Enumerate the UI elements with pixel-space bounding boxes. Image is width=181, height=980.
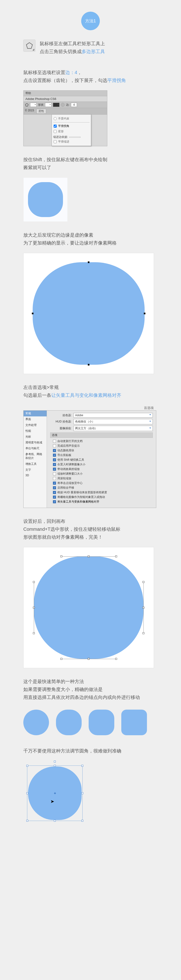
svg-marker-1 [26,103,28,106]
step-7: 这个是最快速简单的一种方法 如果需要调整角度大小，精确的做法是 用直接选择工具依… [23,678,162,701]
step4-line1: 放大之后发现它的边缘是虚的像素 [23,231,162,239]
checkbox-label: 自动更新打开的文档 [58,439,83,443]
bbox-mr[interactable] [82,792,83,794]
checkbox-icon [53,486,56,489]
step2-1c: ， [77,70,82,75]
prefs-checkbox-row[interactable]: 导出剪贴板 [53,453,153,457]
prefs-checkbox-row[interactable]: 根据 HUD 垂直移动来改变圆形画笔硬度 [53,490,153,495]
gear-icon[interactable] [61,103,65,107]
prefs-checkbox-row[interactable]: 将单击点缩放至中心 [53,481,153,485]
bbox-rotate[interactable] [54,760,56,762]
prefs-side-item[interactable]: 透明度与色域 [24,440,46,445]
prefs-side-item[interactable]: 常规 [24,410,46,417]
ps-menu-label: 帮助 [24,91,107,96]
figure-small-squircle [23,177,162,222]
prefs-checkbox-row[interactable]: 缩放时调整窗口大小 [53,472,153,476]
ps-toolbar: 形状 边: 4 [24,102,107,108]
polygon-options-dropdown: 不受约束 平滑拐角 星形 缩进边依据: 平滑缩进 [51,115,91,146]
bbox-bl[interactable] [26,820,28,822]
tangent-top [61,556,116,557]
prefs-side-item[interactable]: 性能 [24,428,46,434]
mode-dropdown[interactable] [30,103,37,107]
prefs-side-item[interactable]: 文字 [24,467,46,473]
prefs-checkbox-row[interactable]: 在置入时调整图像大小 [53,463,153,466]
step5-line2a: 勾选最后一条 [23,393,51,398]
figure-corner-variations [23,707,162,738]
checkbox-icon [53,458,56,461]
indent-field[interactable] [69,137,80,138]
bbox-bc[interactable] [54,820,56,822]
transform-center-icon: ✦ [53,791,56,795]
step7-line3: 用直接选择工具依次对四条边的锚点向内或向外进行移动 [23,693,162,701]
prefs-checkbox-row[interactable]: 将栅格化图像作为智能对象置入或拖动 [53,495,153,499]
interp-select[interactable]: 两次立方（自动） [74,426,153,431]
final-squircle [34,556,143,659]
picker-label: 拾色器: [50,414,72,417]
indent-label: 缩进边依据: [53,135,68,139]
opt-star-label: 星形 [58,129,64,134]
step5-line2b: 让矢量工具与变化和像素网格对齐 [51,393,121,398]
prefs-side-item[interactable]: 参考线、网格和切片 [24,451,46,461]
prefs-checkbox-row[interactable]: 将矢量工具与变换和像素网格对齐 [53,500,153,504]
step-5: 左击首选项>常规 勾选最后一条让矢量工具与变化和像素网格对齐 [23,383,162,399]
picker-select[interactable]: Adobe [74,413,153,418]
bbox-ml[interactable] [26,792,28,794]
checkbox-label: 将栅格化图像作为智能对象置入或拖动 [58,495,105,499]
prefs-side-item[interactable]: 光标 [24,434,46,440]
hlb [33,632,35,634]
step3-line2: 酱紫就可以了 [23,164,162,172]
interp-label: 图像插值: [50,426,72,430]
tangent-right [143,582,144,633]
checkbox-icon [53,463,56,466]
anchor-right [144,313,146,314]
prefs-checkbox-row[interactable]: 动态颜色滑块 [53,449,153,452]
prefs-checkbox-row[interactable]: 完成后用声音提示 [53,444,153,448]
bbox-tr[interactable] [82,765,83,767]
hrt [143,581,144,583]
prefs-side-item[interactable]: 3D [24,473,46,478]
checkbox-label: 导出剪贴板 [58,453,71,457]
step-4: 放大之后发现它的边缘是虚的像素 为了更加精确的显示，要让边缘对齐像素网格 [23,231,162,247]
prefs-side-item[interactable]: 界面 [24,417,46,422]
step2-2b: 平滑拐角 [107,78,126,83]
opt-unconstrained[interactable] [54,117,57,120]
prefs-sidebar: 常规界面文件处理性能光标透明度与色域单位与标尺参考线、网格和切片增效工具文字3D [24,410,47,508]
checkbox-label: 用滚轮缩放 [58,476,71,480]
step1-line2b: 多边形工具 [82,49,105,54]
bbox-tc[interactable] [54,765,56,767]
htr [115,555,117,557]
checkbox-label: 启用轻击平移 [58,486,74,490]
prefs-checkbox-row[interactable]: 自动更新打开的文档 [53,439,153,443]
hrb [143,632,144,634]
opt-smooth-corners[interactable] [54,125,57,127]
prefs-checkbox-row[interactable]: 启用轻击平移 [53,486,153,490]
tab-file[interactable]: 层性 [36,109,46,114]
checkbox-icon [53,500,56,503]
sides-field[interactable]: 4 [71,103,77,107]
prefs-checkbox-row[interactable]: 使用 Shift 键切换工具 [53,458,153,462]
anchor-bottom [88,364,90,366]
opt-smooth-label: 平滑拐角 [58,124,69,128]
prefs-checkbox-row[interactable]: 带动画效果的缩放 [53,467,153,471]
bbox-br[interactable] [82,820,83,822]
checkbox-icon [53,454,56,457]
checkbox-icon [53,482,56,485]
figure-big-squircle-zoom [23,253,162,374]
opt-smooth-indent[interactable] [54,140,57,143]
opt-unconstrained-label: 不受约束 [58,117,69,121]
bbox-tl[interactable] [26,765,28,767]
step3-line1: 按住Shift，按住鼠标左键在画布中央绘制 [23,156,162,164]
step2-2a: 点击设置图标（齿轮），按下展开，勾选 [23,78,107,83]
figure-preferences: 首选项 常规界面文件处理性能光标透明度与色域单位与标尺参考线、网格和切片增效工具… [23,405,162,508]
checkbox-label: 将单击点缩放至中心 [58,481,83,485]
prefs-side-item[interactable]: 文件处理 [24,422,46,428]
stroke-swatch[interactable] [53,103,59,107]
opt-star[interactable] [54,130,57,133]
tab-copyright: © 2015 [25,109,34,114]
fill-swatch[interactable] [45,103,51,107]
hud-select[interactable]: 色相条纹（小） [74,419,153,424]
prefs-checkbox-row[interactable]: 用滚轮缩放 [53,476,153,480]
step6-line3: 形状图形就自动对齐像素网格，完美！ [23,533,162,541]
prefs-side-item[interactable]: 增效工具 [24,461,46,467]
prefs-side-item[interactable]: 单位与标尺 [24,445,46,451]
